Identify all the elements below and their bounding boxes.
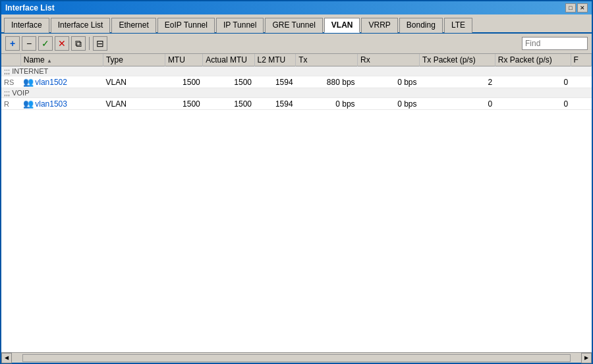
- iface-name: vlan1503: [35, 99, 67, 109]
- group-row: ;;; INTERNET: [1, 66, 592, 76]
- filter-button[interactable]: ⊟: [93, 36, 107, 51]
- col-header-actual-mtu[interactable]: Actual MTU: [203, 54, 254, 66]
- cell-name: 👥vlan1503: [20, 98, 103, 110]
- cell-f: [571, 98, 591, 110]
- table-row[interactable]: R👥vlan1503VLAN1500150015940 bps0 bps00: [1, 98, 592, 110]
- col-header-rx-packet[interactable]: Rx Packet (p/s): [495, 54, 571, 66]
- disable-button[interactable]: ✕: [55, 36, 69, 51]
- cell-flag: RS: [1, 76, 20, 88]
- col-header-tx-packet[interactable]: Tx Packet (p/s): [419, 54, 495, 66]
- add-button[interactable]: +: [5, 36, 20, 51]
- tab-interface[interactable]: Interface: [4, 18, 49, 33]
- toolbar-separator: [89, 37, 90, 50]
- cell-f: [571, 76, 591, 88]
- tab-vlan[interactable]: VLAN: [324, 18, 360, 33]
- col-header-name[interactable]: Name ▲: [20, 54, 103, 66]
- cell-rx-packet: 0: [495, 98, 571, 110]
- sort-arrow-name: ▲: [47, 58, 52, 64]
- cell-l2mtu: 1594: [254, 98, 296, 110]
- col-header-flag: [1, 54, 20, 66]
- table-header-row: Name ▲ Type MTU Actual MTU L2 MTU Tx Rx …: [1, 54, 592, 66]
- scroll-track[interactable]: [22, 354, 571, 362]
- cell-tx: 880 bps: [296, 76, 358, 88]
- tab-interface-list[interactable]: Interface List: [51, 18, 111, 33]
- find-input[interactable]: [522, 37, 588, 50]
- col-header-tx[interactable]: Tx: [296, 54, 358, 66]
- title-bar: Interface List □ ✕: [1, 1, 592, 14]
- minimize-button[interactable]: □: [565, 3, 576, 13]
- cell-actual-mtu: 1500: [203, 76, 254, 88]
- iface-icon: 👥vlan1502: [23, 77, 67, 87]
- scroll-left-button[interactable]: ◀: [1, 353, 12, 363]
- vlan-icon: 👥: [23, 99, 34, 109]
- col-header-type[interactable]: Type: [103, 54, 165, 66]
- iface-name: vlan1502: [35, 78, 67, 87]
- cell-tx: 0 bps: [296, 98, 358, 110]
- cell-tx-packet: 0: [419, 98, 495, 110]
- cell-l2mtu: 1594: [254, 76, 296, 88]
- tab-lte[interactable]: LTE: [444, 18, 472, 33]
- vlan-icon: 👥: [23, 77, 34, 87]
- table-body: ;;; INTERNETRS👥vlan1502VLAN1500150015948…: [1, 66, 592, 110]
- toolbar: + − ✓ ✕ ⧉ ⊟: [1, 34, 592, 54]
- cell-rx-packet: 0: [495, 76, 571, 88]
- enable-button[interactable]: ✓: [38, 36, 53, 51]
- col-header-mtu[interactable]: MTU: [165, 54, 202, 66]
- tab-gre-tunnel[interactable]: GRE Tunnel: [265, 18, 322, 33]
- cell-flag: R: [1, 98, 20, 110]
- window-title: Interface List: [5, 3, 55, 13]
- window-controls: □ ✕: [565, 3, 588, 13]
- tab-eoip-tunnel[interactable]: EoIP Tunnel: [157, 18, 215, 33]
- interface-table: Name ▲ Type MTU Actual MTU L2 MTU Tx Rx …: [1, 54, 592, 110]
- scroll-right-button[interactable]: ▶: [581, 353, 592, 363]
- tab-bonding[interactable]: Bonding: [399, 18, 443, 33]
- tab-ip-tunnel[interactable]: IP Tunnel: [216, 18, 264, 33]
- cell-mtu: 1500: [165, 76, 202, 88]
- tabs-row: Interface Interface List Ethernet EoIP T…: [1, 14, 592, 34]
- tab-ethernet[interactable]: Ethernet: [111, 18, 155, 33]
- cell-actual-mtu: 1500: [203, 98, 254, 110]
- tab-vrrp[interactable]: VRRP: [361, 18, 397, 33]
- col-header-l2mtu[interactable]: L2 MTU: [254, 54, 296, 66]
- col-header-f[interactable]: F: [571, 54, 591, 66]
- cell-mtu: 1500: [165, 98, 202, 110]
- find-box: [522, 37, 588, 50]
- close-button[interactable]: ✕: [577, 3, 588, 13]
- table-container: Name ▲ Type MTU Actual MTU L2 MTU Tx Rx …: [1, 54, 592, 352]
- cell-name: 👥vlan1502: [20, 76, 103, 88]
- cell-rx: 0 bps: [358, 98, 420, 110]
- main-window: Interface List □ ✕ Interface Interface L…: [0, 0, 593, 364]
- table-row[interactable]: RS👥vlan1502VLAN150015001594880 bps0 bps2…: [1, 76, 592, 88]
- iface-icon: 👥vlan1503: [23, 99, 67, 109]
- cell-type: VLAN: [103, 76, 165, 88]
- remove-button[interactable]: −: [22, 36, 36, 51]
- cell-tx-packet: 2: [419, 76, 495, 88]
- cell-type: VLAN: [103, 98, 165, 110]
- group-row: ;;; VOIP: [1, 88, 592, 98]
- copy-button[interactable]: ⧉: [71, 36, 86, 51]
- col-header-rx[interactable]: Rx: [358, 54, 420, 66]
- cell-rx: 0 bps: [358, 76, 420, 88]
- horizontal-scrollbar: ◀ ▶: [1, 352, 592, 363]
